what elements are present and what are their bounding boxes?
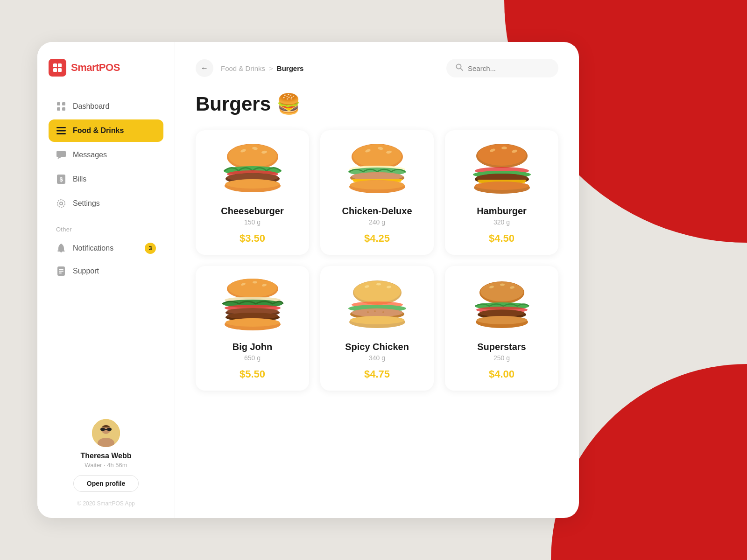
other-section-label: Other: [56, 226, 156, 233]
breadcrumb-separator: >: [269, 64, 273, 72]
product-weight-superstars: 250 g: [493, 354, 510, 362]
svg-point-79: [376, 283, 381, 286]
sidebar-item-messages[interactable]: Messages: [49, 144, 163, 166]
breadcrumb-parent[interactable]: Food & Drinks: [221, 64, 265, 72]
product-name-spicy-chicken: Spicy Chicken: [345, 342, 409, 352]
svg-rect-4: [57, 102, 60, 105]
product-card-chicken-deluxe[interactable]: Chicken-Deluxe 240 g $4.25: [320, 130, 434, 255]
page-title: Burgers 🍔: [196, 92, 558, 115]
settings-icon: [56, 198, 66, 209]
product-card-big-john[interactable]: Big John 650 g $5.50: [196, 266, 309, 391]
svg-point-87: [382, 311, 384, 313]
page-title-emoji: 🍔: [276, 92, 301, 115]
svg-rect-7: [62, 107, 65, 111]
svg-point-39: [226, 179, 280, 189]
sidebar-item-support[interactable]: Support: [49, 260, 163, 282]
svg-rect-9: [56, 130, 66, 132]
sidebar-item-label-settings: Settings: [73, 199, 100, 208]
product-weight-spicy-chicken: 340 g: [369, 354, 385, 362]
svg-rect-24: [100, 428, 105, 431]
product-price-spicy-chicken: $4.75: [364, 368, 390, 380]
svg-point-16: [57, 200, 65, 207]
product-image-hamburger: [467, 141, 537, 197]
sidebar-item-label-messages: Messages: [73, 151, 107, 159]
product-weight-cheeseburger: 150 g: [244, 218, 261, 226]
svg-point-85: [367, 311, 369, 313]
search-icon: [456, 63, 463, 73]
svg-point-75: [226, 318, 280, 327]
sidebar-item-dashboard[interactable]: Dashboard: [49, 95, 163, 118]
user-role-time: Waiter · 4h 56m: [85, 462, 127, 469]
sidebar-item-notifications[interactable]: Notifications 3: [49, 237, 163, 260]
product-price-chicken-deluxe: $4.25: [364, 232, 390, 245]
open-profile-button[interactable]: Open profile: [73, 475, 139, 492]
product-image-chicken-deluxe: [342, 141, 412, 197]
product-card-superstars[interactable]: Superstars 250 g $4.00: [445, 266, 558, 391]
product-card-hamburger[interactable]: Hamburger 320 g $4.50: [445, 130, 558, 255]
svg-rect-8: [56, 127, 66, 128]
search-box: [446, 59, 558, 77]
svg-rect-0: [53, 63, 57, 67]
product-image-cheeseburger: [218, 141, 288, 197]
product-name-superstars: Superstars: [477, 342, 526, 352]
logo-text: SmartPOS: [71, 62, 120, 74]
svg-rect-2: [53, 68, 57, 72]
svg-rect-10: [56, 133, 66, 134]
product-image-spicy-chicken: [342, 277, 412, 333]
back-button[interactable]: ←: [196, 59, 213, 77]
sidebar: SmartPOS Dashboard: [37, 42, 175, 518]
product-card-spicy-chicken[interactable]: Spicy Chicken 340 g $4.75: [320, 266, 434, 391]
svg-point-84: [352, 308, 403, 317]
svg-point-100: [477, 316, 527, 324]
product-price-cheeseburger: $3.50: [240, 232, 265, 245]
svg-point-98: [479, 310, 525, 317]
svg-marker-12: [57, 157, 61, 159]
product-image-superstars: [467, 277, 537, 333]
food-drinks-icon: [56, 126, 66, 136]
product-name-hamburger: Hamburger: [477, 206, 527, 217]
main-card: SmartPOS Dashboard: [37, 42, 579, 518]
product-name-big-john: Big John: [233, 342, 273, 352]
svg-point-41: [353, 144, 402, 168]
product-image-big-john: [218, 277, 288, 333]
svg-rect-20: [59, 273, 62, 273]
svg-point-15: [60, 202, 63, 205]
copyright-text: © 2020 SmartPOS App: [77, 500, 135, 507]
logo-icon: [49, 59, 66, 77]
product-card-cheeseburger[interactable]: Cheeseburger 150 g $3.50: [196, 130, 309, 255]
sidebar-footer: Theresa Webb Waiter · 4h 56m Open profil…: [49, 410, 163, 507]
product-grid: Cheeseburger 150 g $3.50: [196, 130, 558, 391]
svg-point-50: [350, 180, 404, 189]
bg-decoration-bottom: [551, 364, 747, 560]
sidebar-item-label-food: Food & Drinks: [73, 126, 124, 135]
product-weight-big-john: 650 g: [244, 354, 261, 362]
support-icon: [56, 266, 66, 276]
sidebar-item-settings[interactable]: Settings: [49, 192, 163, 215]
messages-icon: [56, 150, 66, 160]
svg-point-54: [501, 147, 507, 149]
svg-point-61: [475, 182, 529, 190]
product-price-hamburger: $4.50: [489, 232, 514, 245]
product-name-chicken-deluxe: Chicken-Deluxe: [342, 206, 412, 217]
breadcrumb-current: Burgers: [277, 64, 304, 72]
search-input[interactable]: [468, 64, 549, 72]
svg-line-28: [461, 69, 463, 71]
nav-menu: Dashboard Food & Drinks: [49, 95, 163, 215]
dashboard-icon: [56, 101, 66, 112]
sidebar-item-label-bills: Bills: [73, 175, 86, 183]
product-name-cheeseburger: Cheeseburger: [221, 206, 284, 217]
sidebar-item-food-drinks[interactable]: Food & Drinks: [49, 119, 163, 142]
support-label: Support: [73, 267, 99, 275]
product-weight-chicken-deluxe: 240 g: [369, 218, 385, 226]
svg-rect-19: [59, 271, 63, 272]
svg-rect-3: [58, 68, 62, 72]
sidebar-item-label-dashboard: Dashboard: [73, 102, 109, 111]
breadcrumb: ← Food & Drinks > Burgers: [196, 59, 303, 77]
notifications-label: Notifications: [73, 244, 113, 252]
svg-rect-5: [62, 102, 65, 105]
sidebar-item-bills[interactable]: $ Bills: [49, 168, 163, 190]
svg-point-73: [227, 313, 278, 319]
product-weight-hamburger: 320 g: [493, 218, 510, 226]
logo-area: SmartPOS: [49, 59, 163, 77]
svg-point-86: [374, 310, 376, 312]
